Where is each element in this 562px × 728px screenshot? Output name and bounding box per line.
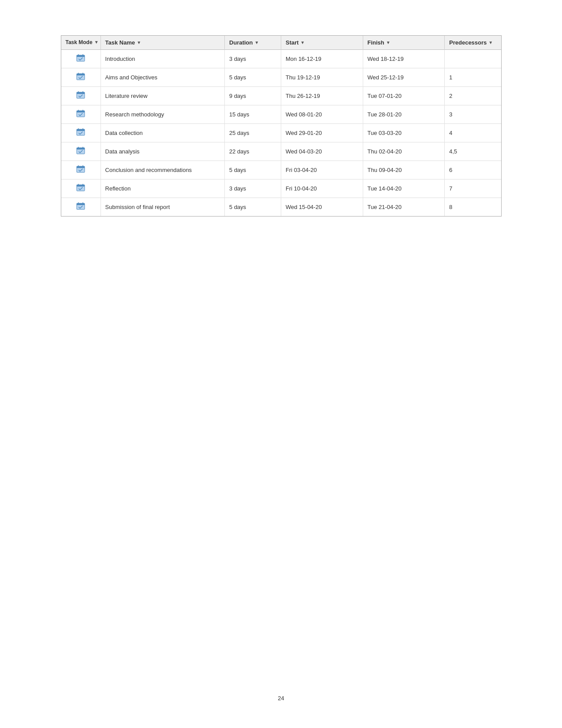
task-name-cell: Conclusion and recommendations (100, 161, 224, 179)
table-body: Introduction3 daysMon 16-12-19Wed 18-12-… (61, 50, 501, 217)
header-task-name: Task Name ▼ (100, 36, 224, 50)
table-row: Aims and Objectives5 daysThu 19-12-19Wed… (61, 68, 501, 87)
task-mode-icon (76, 90, 86, 101)
start-cell: Mon 16-12-19 (281, 50, 363, 68)
task-name-cell: Submission of final report (100, 198, 224, 217)
svg-rect-13 (77, 111, 85, 112)
duration-arrow-icon: ▼ (255, 40, 259, 45)
table-row: Data collection25 daysWed 29-01-20Tue 03… (61, 124, 501, 142)
task-mode-icon (76, 53, 86, 64)
predecessors-cell: 1 (445, 68, 501, 87)
predecessors-cell: 4,5 (445, 142, 501, 161)
predecessors-cell: 2 (445, 87, 501, 105)
finish-cell: Wed 18-12-19 (363, 50, 445, 68)
task-mode-cell (61, 179, 101, 198)
finish-cell: Tue 07-01-20 (363, 87, 445, 105)
start-arrow-icon: ▼ (301, 40, 305, 45)
start-cell: Wed 08-01-20 (281, 105, 363, 124)
task-name-cell: Introduction (100, 50, 224, 68)
task-mode-icon (76, 127, 86, 138)
task-mode-icon (76, 109, 86, 120)
task-name-cell: Data collection (100, 124, 224, 142)
predecessors-cell: 7 (445, 179, 501, 198)
finish-cell: Tue 21-04-20 (363, 198, 445, 217)
start-cell: Thu 19-12-19 (281, 68, 363, 87)
duration-cell: 25 days (225, 124, 281, 142)
task-mode-icon (76, 146, 86, 157)
predecessors-cell (445, 50, 501, 68)
finish-cell: Thu 02-04-20 (363, 142, 445, 161)
svg-rect-9 (77, 92, 85, 94)
header-predecessors: Predecessors ▼ (445, 36, 501, 50)
start-cell: Wed 15-04-20 (281, 198, 363, 217)
task-mode-icon (76, 183, 86, 194)
table-row: Data analysis22 daysWed 04-03-20Thu 02-0… (61, 142, 501, 161)
start-cell: Fri 03-04-20 (281, 161, 363, 179)
finish-cell: Tue 28-01-20 (363, 105, 445, 124)
duration-cell: 3 days (225, 179, 281, 198)
page-number: 24 (35, 677, 527, 710)
header-start: Start ▼ (281, 36, 363, 50)
finish-cell: Wed 25-12-19 (363, 68, 445, 87)
svg-rect-1 (77, 55, 85, 57)
task-mode-cell (61, 124, 101, 142)
task-mode-cell (61, 50, 101, 68)
header-finish: Finish ▼ (363, 36, 445, 50)
duration-cell: 9 days (225, 87, 281, 105)
duration-cell: 5 days (225, 161, 281, 179)
task-name-cell: Literature review (100, 87, 224, 105)
table-row: Research methodology15 daysWed 08-01-20T… (61, 105, 501, 124)
gantt-table: Task Mode ▼ Task Name ▼ Duratio (61, 36, 501, 216)
start-cell: Wed 04-03-20 (281, 142, 363, 161)
table-header-row: Task Mode ▼ Task Name ▼ Duratio (61, 36, 501, 50)
task-mode-icon (76, 202, 86, 213)
start-cell: Wed 29-01-20 (281, 124, 363, 142)
task-mode-cell (61, 198, 101, 217)
table-row: Reflection3 daysFri 10-04-20Tue 14-04-20… (61, 179, 501, 198)
task-mode-cell (61, 105, 101, 124)
svg-rect-5 (77, 74, 85, 75)
task-mode-cell (61, 68, 101, 87)
finish-arrow-icon: ▼ (386, 40, 391, 45)
task-name-cell: Aims and Objectives (100, 68, 224, 87)
task-mode-cell (61, 161, 101, 179)
start-cell: Fri 10-04-20 (281, 179, 363, 198)
task-mode-arrow-icon: ▼ (94, 40, 99, 45)
header-task-mode: Task Mode ▼ (61, 36, 101, 50)
duration-cell: 5 days (225, 198, 281, 217)
table-row: Introduction3 daysMon 16-12-19Wed 18-12-… (61, 50, 501, 68)
svg-rect-33 (77, 203, 85, 205)
task-mode-cell (61, 87, 101, 105)
gantt-table-wrapper: Task Mode ▼ Task Name ▼ Duratio (61, 35, 502, 217)
page-container: Task Mode ▼ Task Name ▼ Duratio (0, 0, 562, 728)
table-row: Submission of final report5 daysWed 15-0… (61, 198, 501, 217)
finish-cell: Tue 14-04-20 (363, 179, 445, 198)
table-row: Conclusion and recommendations5 daysFri … (61, 161, 501, 179)
svg-rect-29 (77, 185, 85, 187)
svg-rect-17 (77, 129, 85, 131)
predecessors-cell: 4 (445, 124, 501, 142)
table-row: Literature review9 daysThu 26-12-19Tue 0… (61, 87, 501, 105)
header-duration: Duration ▼ (225, 36, 281, 50)
task-name-arrow-icon: ▼ (137, 40, 141, 45)
duration-cell: 5 days (225, 68, 281, 87)
predecessors-cell: 6 (445, 161, 501, 179)
duration-cell: 15 days (225, 105, 281, 124)
task-name-cell: Reflection (100, 179, 224, 198)
finish-cell: Tue 03-03-20 (363, 124, 445, 142)
task-mode-icon (76, 164, 86, 175)
duration-cell: 22 days (225, 142, 281, 161)
predecessors-arrow-icon: ▼ (488, 40, 493, 45)
task-mode-cell (61, 142, 101, 161)
duration-cell: 3 days (225, 50, 281, 68)
task-name-cell: Data analysis (100, 142, 224, 161)
start-cell: Thu 26-12-19 (281, 87, 363, 105)
finish-cell: Thu 09-04-20 (363, 161, 445, 179)
svg-rect-21 (77, 148, 85, 149)
svg-rect-25 (77, 166, 85, 168)
task-name-cell: Research methodology (100, 105, 224, 124)
predecessors-cell: 8 (445, 198, 501, 217)
predecessors-cell: 3 (445, 105, 501, 124)
task-mode-icon (76, 72, 86, 83)
